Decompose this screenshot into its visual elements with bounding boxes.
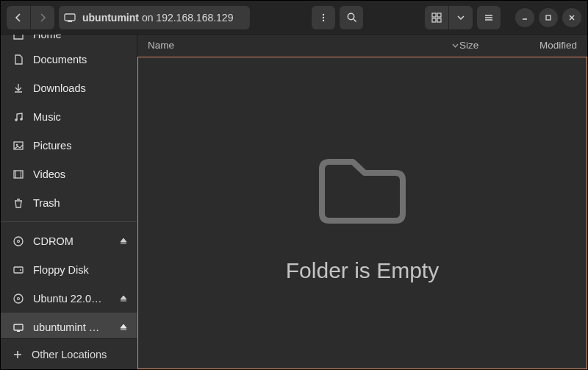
sidebar-item-pictures[interactable]: Pictures: [1, 131, 137, 160]
network-drive-icon: [63, 11, 76, 24]
sidebar-list: Home Documents Downloads Music Pictures …: [1, 35, 137, 338]
svg-point-28: [20, 269, 21, 271]
sidebar-mount-ubuntu-iso[interactable]: Ubuntu 22.0…: [1, 284, 137, 313]
sidebar-mount-cdrom[interactable]: CDROM: [1, 227, 137, 255]
sidebar-item-downloads[interactable]: Downloads: [1, 74, 137, 102]
hamburger-icon: [484, 13, 494, 23]
trash-icon: [12, 197, 24, 209]
svg-point-26: [18, 240, 20, 242]
svg-point-25: [14, 237, 23, 246]
svg-line-6: [354, 19, 356, 22]
svg-rect-7: [432, 13, 436, 17]
svg-point-29: [14, 294, 23, 303]
plus-icon: [12, 349, 23, 360]
downloads-icon: [12, 82, 24, 94]
eject-button[interactable]: [118, 237, 129, 246]
svg-point-5: [348, 13, 354, 19]
svg-rect-0: [65, 14, 75, 21]
sidebar-item-label: Music: [33, 111, 129, 123]
sort-chevron-icon: [451, 41, 459, 49]
sidebar-item-music[interactable]: Music: [1, 102, 137, 131]
sidebar: Home Documents Downloads Music Pictures …: [1, 35, 137, 369]
close-button[interactable]: [562, 8, 581, 27]
sidebar-item-videos[interactable]: Videos: [1, 160, 137, 188]
path-text: ubuntumint on 192.168.168.129: [82, 12, 233, 24]
kebab-icon: [318, 13, 329, 23]
grid-view-button[interactable]: [425, 6, 448, 29]
svg-point-2: [323, 13, 324, 15]
menu-button[interactable]: [312, 6, 335, 29]
sidebar-item-label: Floppy Disk: [33, 264, 129, 276]
column-modified[interactable]: Modified: [511, 40, 577, 51]
disc-icon: [12, 293, 24, 305]
sidebar-mount-ubuntumint[interactable]: ubuntumint …: [1, 313, 137, 338]
sidebar-item-label: Ubuntu 22.0…: [33, 293, 109, 305]
svg-rect-10: [437, 18, 441, 22]
drive-icon: [12, 264, 24, 276]
chevron-right-icon: [38, 13, 47, 22]
sidebar-item-label: Documents: [33, 54, 129, 65]
chevron-left-icon: [14, 13, 23, 22]
column-size[interactable]: Size: [459, 40, 511, 51]
svg-rect-9: [432, 18, 436, 22]
search-button[interactable]: [340, 6, 363, 29]
sidebar-item-label: ubuntumint …: [33, 321, 109, 333]
sidebar-item-label: CDROM: [33, 235, 109, 247]
svg-rect-8: [437, 13, 441, 17]
column-name[interactable]: Name: [148, 40, 459, 51]
pictures-icon: [12, 140, 24, 152]
sidebar-item-label: Trash: [33, 197, 129, 209]
network-drive-icon: [12, 321, 24, 333]
chevron-down-icon: [456, 13, 465, 22]
minimize-icon: [521, 14, 528, 21]
sidebar-item-label: Pictures: [33, 140, 129, 152]
disc-icon: [12, 235, 24, 247]
eject-button[interactable]: [118, 294, 129, 303]
main: Home Documents Downloads Music Pictures …: [1, 35, 587, 369]
documents-icon: [12, 54, 24, 65]
svg-point-18: [15, 118, 18, 121]
back-button[interactable]: [7, 6, 30, 29]
svg-rect-15: [546, 15, 551, 20]
nav-buttons: [7, 6, 54, 29]
maximize-icon: [545, 14, 552, 21]
path-bar[interactable]: ubuntumint on 192.168.168.129: [59, 6, 250, 29]
maximize-button[interactable]: [539, 8, 558, 27]
empty-message: Folder is Empty: [286, 258, 439, 283]
close-icon: [568, 14, 576, 21]
view-dropdown-button[interactable]: [449, 6, 473, 29]
sidebar-separator: [1, 221, 137, 222]
videos-icon: [12, 168, 24, 180]
svg-point-19: [20, 118, 23, 121]
file-view[interactable]: Folder is Empty: [137, 57, 587, 369]
hamburger-button[interactable]: [477, 6, 501, 29]
eject-button[interactable]: [118, 323, 129, 332]
svg-point-21: [16, 143, 18, 146]
sidebar-item-home[interactable]: Home: [1, 35, 137, 45]
music-icon: [12, 111, 24, 123]
forward-button[interactable]: [31, 6, 54, 29]
sidebar-mount-floppy[interactable]: Floppy Disk: [1, 255, 137, 284]
svg-point-30: [18, 297, 20, 299]
svg-rect-32: [17, 330, 20, 332]
home-icon: [12, 35, 24, 40]
headerbar: ubuntumint on 192.168.168.129: [1, 1, 587, 35]
sidebar-other-locations[interactable]: Other Locations: [1, 338, 137, 369]
search-icon: [346, 12, 357, 23]
svg-point-3: [323, 16, 324, 18]
svg-rect-22: [14, 171, 23, 178]
sidebar-item-label: Downloads: [33, 82, 129, 94]
svg-rect-27: [14, 267, 23, 273]
minimize-button[interactable]: [515, 8, 534, 27]
sidebar-other-label: Other Locations: [32, 349, 107, 360]
sidebar-item-trash[interactable]: Trash: [1, 188, 137, 217]
svg-rect-31: [14, 324, 23, 330]
content-area: Name Size Modified Folder is Empty: [137, 35, 587, 369]
sidebar-item-label: Videos: [33, 168, 129, 180]
column-header: Name Size Modified: [137, 35, 587, 57]
sidebar-item-documents[interactable]: Documents: [1, 45, 137, 74]
empty-folder-icon: [307, 143, 417, 232]
view-switcher: [425, 6, 473, 29]
svg-point-4: [323, 19, 324, 21]
sidebar-item-label: Home: [33, 35, 129, 40]
